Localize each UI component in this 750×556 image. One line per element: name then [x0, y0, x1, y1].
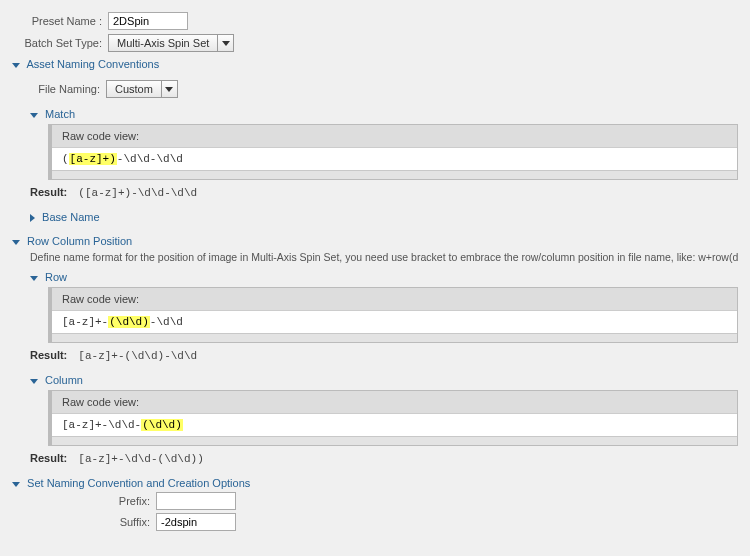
row-codebox: Raw code view: [a-z]+-(\d\d)-\d\d — [48, 287, 738, 343]
match-header[interactable]: Match — [45, 108, 75, 120]
scrollbar-track[interactable] — [52, 436, 737, 445]
file-naming-label: File Naming: — [30, 83, 100, 95]
caret-down-icon[interactable] — [12, 63, 20, 68]
column-header[interactable]: Column — [45, 374, 83, 386]
row-column-description: Define name format for the position of i… — [30, 251, 738, 263]
batch-set-type-label: Batch Set Type: — [12, 37, 102, 49]
preset-name-input[interactable] — [108, 12, 188, 30]
file-naming-value: Custom — [107, 83, 161, 95]
chevron-down-icon — [165, 87, 173, 92]
result-label: Result: — [30, 186, 67, 198]
raw-code-label: Raw code view: — [52, 125, 737, 147]
caret-down-icon[interactable] — [12, 240, 20, 245]
chevron-down-icon — [222, 41, 230, 46]
highlight: (\d\d) — [141, 419, 183, 431]
asset-naming-header[interactable]: Asset Naming Conventions — [26, 58, 159, 70]
highlight: (\d\d) — [108, 316, 150, 328]
row-column-position-header[interactable]: Row Column Position — [27, 235, 132, 247]
file-naming-select[interactable]: Custom — [106, 80, 178, 98]
match-code-input[interactable]: ([a-z]+)-\d\d-\d\d — [52, 147, 737, 170]
prefix-input[interactable] — [156, 492, 236, 510]
raw-code-label: Raw code view: — [52, 391, 737, 413]
column-codebox: Raw code view: [a-z]+-\d\d-(\d\d) — [48, 390, 738, 446]
raw-code-label: Raw code view: — [52, 288, 737, 310]
batch-set-type-select[interactable]: Multi-Axis Spin Set — [108, 34, 234, 52]
suffix-input[interactable] — [156, 513, 236, 531]
caret-right-icon[interactable] — [30, 214, 35, 222]
scrollbar-track[interactable] — [52, 170, 737, 179]
result-label: Result: — [30, 452, 67, 464]
set-naming-header[interactable]: Set Naming Convention and Creation Optio… — [27, 477, 250, 489]
match-codebox: Raw code view: ([a-z]+)-\d\d-\d\d — [48, 124, 738, 180]
scrollbar-track[interactable] — [52, 333, 737, 342]
base-name-header[interactable]: Base Name — [42, 211, 99, 223]
column-result-value: [a-z]+-\d\d-(\d\d)) — [78, 453, 203, 465]
match-result-value: ([a-z]+)-\d\d-\d\d — [78, 187, 197, 199]
result-label: Result: — [30, 349, 67, 361]
prefix-label: Prefix: — [30, 495, 150, 507]
caret-down-icon[interactable] — [30, 379, 38, 384]
caret-down-icon[interactable] — [30, 113, 38, 118]
row-result-value: [a-z]+-(\d\d)-\d\d — [78, 350, 197, 362]
batch-set-type-value: Multi-Axis Spin Set — [109, 37, 217, 49]
row-code-input[interactable]: [a-z]+-(\d\d)-\d\d — [52, 310, 737, 333]
highlight: [a-z]+) — [69, 153, 117, 165]
row-header[interactable]: Row — [45, 271, 67, 283]
column-code-input[interactable]: [a-z]+-\d\d-(\d\d) — [52, 413, 737, 436]
suffix-label: Suffix: — [30, 516, 150, 528]
caret-down-icon[interactable] — [12, 482, 20, 487]
caret-down-icon[interactable] — [30, 276, 38, 281]
preset-name-label: Preset Name : — [12, 15, 102, 27]
